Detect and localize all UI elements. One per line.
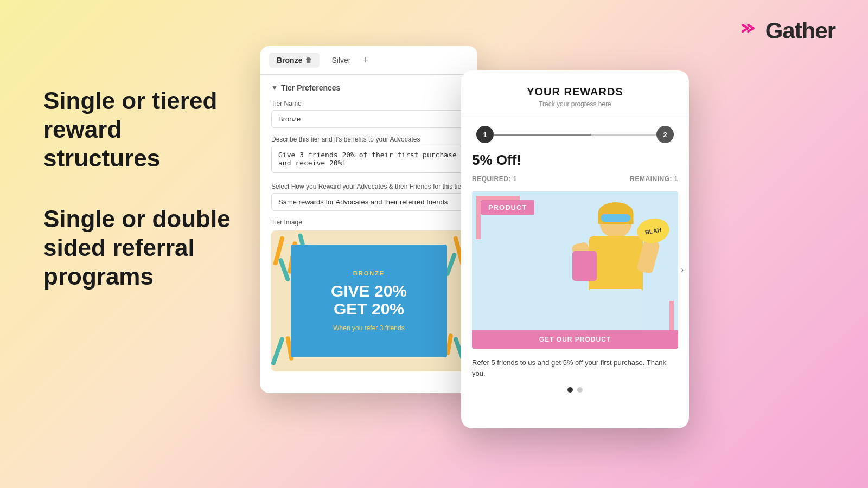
progress-area: 1 2: [461, 117, 689, 152]
tab-delete-icon[interactable]: 🗑: [305, 56, 312, 64]
tier-name-label: Tier Name: [271, 100, 467, 107]
rewards-description: Refer 5 friends to us and get 5% off you…: [472, 357, 678, 378]
tier-describe-textarea[interactable]: Give 3 friends 20% of their first purcha…: [271, 146, 467, 173]
product-image-wrapper: BLAH PRODUCT GET OUR PRODUCT ›: [472, 191, 678, 349]
rewards-title: YOUR REWARDS: [472, 86, 678, 98]
rewards-subtitle: Track your progress here: [472, 100, 678, 108]
headline-line2: reward structures: [43, 116, 160, 171]
discount-title: 5% Off!: [472, 152, 678, 169]
pagination-dots: [472, 387, 678, 397]
cta-bar[interactable]: GET OUR PRODUCT: [472, 330, 678, 349]
tier-name-input[interactable]: [271, 110, 467, 128]
tier-preferences-header[interactable]: ▼ Tier Preferences: [271, 84, 467, 92]
logo-text: Gather: [765, 18, 835, 44]
dot-2[interactable]: [577, 387, 583, 393]
promo-badge: BRONZE: [353, 270, 385, 277]
admin-body: ▼ Tier Preferences Tier Name Describe th…: [260, 75, 477, 393]
progress-line: [494, 134, 656, 136]
promo-sub-text: When you refer 3 friends: [333, 324, 404, 332]
logo-container: Gather: [738, 17, 835, 44]
chevron-right-icon[interactable]: ›: [681, 265, 684, 275]
admin-panel: Bronze 🗑 Silver + ▼ Tier Preferences Tie…: [260, 46, 477, 393]
tab-bronze-label: Bronze: [277, 56, 302, 65]
section-header-label: Tier Preferences: [281, 84, 340, 92]
dot-1[interactable]: [567, 387, 573, 393]
gather-logo-icon: [738, 17, 760, 44]
tab-add-button[interactable]: +: [362, 55, 368, 66]
required-label: REQUIRED: 1: [472, 175, 517, 183]
rewards-panel: YOUR REWARDS Track your progress here 1 …: [461, 70, 689, 428]
promo-main-text: GIVE 20% GET 20%: [331, 282, 407, 318]
subheadline: Single or double sided referral programs: [43, 205, 239, 291]
bronze-promo-image: BRONZE GIVE 20% GET 20% When you refer 3…: [271, 230, 467, 371]
progress-step-2: 2: [656, 126, 674, 143]
headline-line1: Single or tiered: [43, 87, 217, 114]
promo-inner: BRONZE GIVE 20% GET 20% When you refer 3…: [291, 245, 447, 357]
tab-silver-label: Silver: [331, 56, 350, 65]
product-background: BLAH PRODUCT GET OUR PRODUCT: [472, 191, 678, 349]
subheadline-line2: sided referral: [43, 234, 195, 261]
tab-bronze[interactable]: Bronze 🗑: [269, 53, 320, 68]
tier-reward-input[interactable]: [271, 193, 467, 211]
required-remaining-row: REQUIRED: 1 REMAINING: 1: [472, 175, 678, 183]
tier-image-label: Tier Image: [271, 219, 467, 226]
tier-reward-label: Select How you Reward your Advocates & t…: [271, 183, 467, 190]
collapse-arrow-icon: ▼: [271, 84, 278, 92]
admin-tabs: Bronze 🗑 Silver +: [260, 46, 477, 75]
tier-describe-label: Describe this tier and it's benefits to …: [271, 136, 467, 143]
remaining-label: REMAINING: 1: [630, 175, 678, 183]
squiggle-5: [271, 336, 285, 365]
progress-step-1: 1: [476, 126, 494, 143]
left-content-area: Single or tiered reward structures Singl…: [43, 87, 239, 291]
rewards-body: 5% Off! REQUIRED: 1 REMAINING: 1: [461, 152, 689, 428]
product-label-badge: PRODUCT: [481, 200, 534, 215]
subheadline-line3: programs: [43, 263, 154, 290]
rewards-header: YOUR REWARDS Track your progress here: [461, 70, 689, 117]
blah-text: BLAH: [644, 226, 662, 235]
tab-silver[interactable]: Silver: [324, 53, 358, 68]
headline: Single or tiered reward structures: [43, 87, 239, 172]
subheadline-line1: Single or double: [43, 206, 231, 232]
